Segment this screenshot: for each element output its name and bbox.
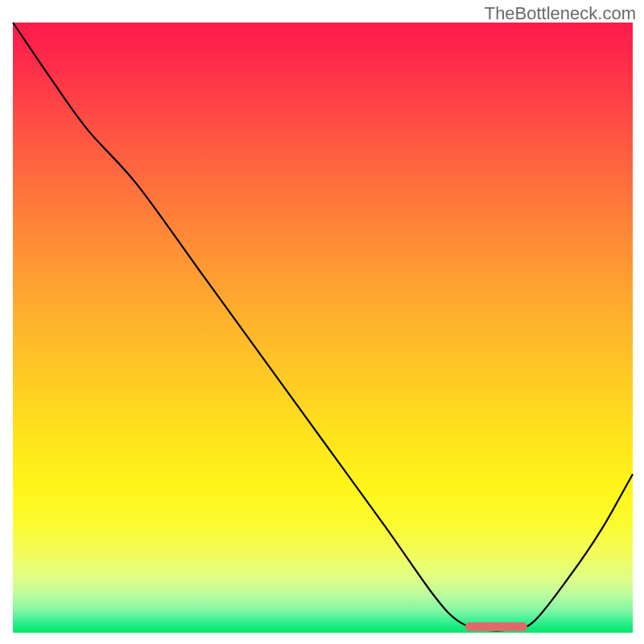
plot-area xyxy=(13,23,633,633)
bottleneck-curve xyxy=(13,23,633,633)
optimal-range-bar xyxy=(465,622,527,631)
curve-path xyxy=(13,23,633,630)
watermark-text: TheBottleneck.com xyxy=(485,3,636,24)
